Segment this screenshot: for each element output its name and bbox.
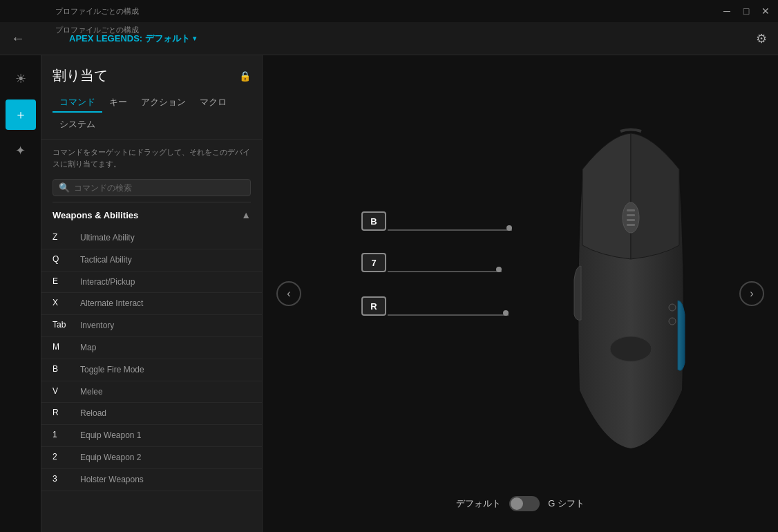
command-name: Ultimate Ability xyxy=(80,232,135,244)
svg-point-10 xyxy=(610,336,652,361)
command-key: V xyxy=(53,386,72,396)
sidebar-icon-move[interactable]: ✦ xyxy=(6,135,36,166)
command-key: Tab xyxy=(53,320,72,330)
connector-7 xyxy=(388,271,502,272)
command-key: R xyxy=(53,408,72,417)
minimize-button[interactable]: ─ xyxy=(720,4,734,18)
toggle-switch[interactable] xyxy=(509,496,540,511)
nav-right-button[interactable]: › xyxy=(739,281,764,306)
search-box: 🔍 xyxy=(53,179,251,196)
profile-label: プロファイルごとの構成 xyxy=(55,25,139,35)
command-item-v[interactable]: V Melee xyxy=(41,381,262,403)
toggle-area: デフォルト G シフト xyxy=(456,496,585,511)
drag-hint: コマンドをターゲットにドラッグして、それをこのデバイスに割り当てます。 xyxy=(41,140,262,176)
command-name: Interact/Pickup xyxy=(80,276,135,288)
main-layout: ☀ ＋ ✦ 割り当て 🔒 コマンド キー アクション マクロ システム コマンド… xyxy=(0,55,778,532)
command-item-tab[interactable]: Tab Inventory xyxy=(41,315,262,337)
command-key: Q xyxy=(53,254,72,264)
command-name: Melee xyxy=(80,386,103,398)
titlebar-controls: ─ □ ✕ xyxy=(720,4,772,18)
toggle-label-right: G シフト xyxy=(548,497,585,510)
connector-b xyxy=(388,229,512,231)
command-name: Map xyxy=(80,342,96,354)
command-key: E xyxy=(53,276,72,286)
command-item-2[interactable]: 2 Equip Weapon 2 xyxy=(41,447,262,469)
titlebar-text: プロファイルごとの構成 xyxy=(55,6,139,17)
back-button[interactable]: ← xyxy=(11,30,25,46)
command-key: 3 xyxy=(53,474,72,484)
search-input[interactable] xyxy=(74,183,245,193)
left-panel: 割り当て 🔒 コマンド キー アクション マクロ システム コマンドをターゲット… xyxy=(41,55,263,532)
tab-action[interactable]: アクション xyxy=(134,93,193,113)
svg-rect-7 xyxy=(627,224,635,226)
key-badge-7: 7 xyxy=(361,253,386,272)
connector-r xyxy=(388,314,509,316)
close-button[interactable]: ✕ xyxy=(759,4,772,18)
connector-dot-b xyxy=(506,225,512,231)
category-title: Weapons & Abilities xyxy=(53,210,138,220)
search-icon: 🔍 xyxy=(59,182,70,193)
lock-icon: 🔒 xyxy=(239,70,251,82)
commands-list: Weapons & Abilities ▲ Z Ultimate Ability… xyxy=(41,202,262,532)
svg-point-3 xyxy=(623,202,639,233)
mouse-area: B 7 R xyxy=(313,114,728,473)
panel-header: 割り当て 🔒 コマンド キー アクション マクロ システム xyxy=(41,55,262,140)
command-key: B xyxy=(53,364,72,374)
command-item-x[interactable]: X Alternate Interact xyxy=(41,293,262,315)
command-name: Holster Weapons xyxy=(80,474,144,486)
tab-command[interactable]: コマンド xyxy=(53,93,102,113)
command-name: Equip Weapon 1 xyxy=(80,430,142,441)
command-key: 2 xyxy=(53,452,72,462)
svg-rect-4 xyxy=(627,209,635,211)
collapse-icon: ▲ xyxy=(241,209,251,220)
titlebar: プロファイルごとの構成 ─ □ ✕ xyxy=(0,0,778,22)
sidebar-icon-brightness[interactable]: ☀ xyxy=(6,64,36,94)
tab-system[interactable]: システム xyxy=(53,115,102,133)
svg-rect-6 xyxy=(627,219,635,221)
settings-button[interactable]: ⚙ xyxy=(756,31,767,46)
command-name: Reload xyxy=(80,408,106,419)
command-key: M xyxy=(53,342,72,352)
svg-point-9 xyxy=(669,318,676,325)
key-badge-r: R xyxy=(361,296,386,316)
right-panel: ‹ › B 7 xyxy=(263,55,778,532)
sidebar-icons: ☀ ＋ ✦ xyxy=(0,55,41,532)
toggle-label-left: デフォルト xyxy=(456,497,501,510)
maximize-button[interactable]: □ xyxy=(739,4,753,18)
command-name: Inventory xyxy=(80,320,114,332)
category-header-weapons[interactable]: Weapons & Abilities ▲ xyxy=(41,202,262,227)
command-item-b[interactable]: B Toggle Fire Mode xyxy=(41,359,262,381)
key-badge-b: B xyxy=(361,211,386,231)
command-key: X xyxy=(53,298,72,307)
command-item-3[interactable]: 3 Holster Weapons xyxy=(41,469,262,491)
connector-dot-7 xyxy=(496,267,502,272)
command-name: Alternate Interact xyxy=(80,298,143,310)
command-item-z[interactable]: Z Ultimate Ability xyxy=(41,227,262,249)
nav-left-button[interactable]: ‹ xyxy=(276,281,301,306)
tabs: コマンド キー アクション マクロ xyxy=(53,93,251,113)
command-key: Z xyxy=(53,232,72,242)
command-key: 1 xyxy=(53,430,72,439)
command-name: Equip Weapon 2 xyxy=(80,452,142,464)
tab-macro[interactable]: マクロ xyxy=(193,93,234,113)
command-item-r[interactable]: R Reload xyxy=(41,403,262,425)
header: ← プロファイルごとの構成 APEX LEGENDS: デフォルト ▾ ⚙ xyxy=(0,22,778,55)
command-item-q[interactable]: Q Tactical Ability xyxy=(41,249,262,272)
svg-rect-5 xyxy=(627,214,635,216)
connector-dot-r xyxy=(503,310,509,316)
toggle-thumb xyxy=(511,497,523,510)
chevron-down-icon: ▾ xyxy=(193,35,196,42)
command-name: Tactical Ability xyxy=(80,254,132,266)
panel-title: 割り当て 🔒 xyxy=(53,66,251,85)
tab-key[interactable]: キー xyxy=(102,93,134,113)
command-name: Toggle Fire Mode xyxy=(80,364,144,376)
mouse-illustration xyxy=(562,128,700,462)
command-item-1[interactable]: 1 Equip Weapon 1 xyxy=(41,425,262,447)
svg-point-8 xyxy=(669,304,676,311)
sidebar-icon-add[interactable]: ＋ xyxy=(6,99,36,130)
command-item-m[interactable]: M Map xyxy=(41,337,262,359)
command-item-e[interactable]: E Interact/Pickup xyxy=(41,272,262,294)
panel-title-text: 割り当て xyxy=(53,66,108,85)
